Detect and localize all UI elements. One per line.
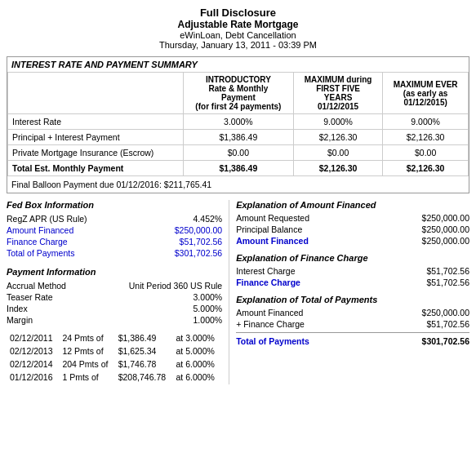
irp-table: INTRODUCTORYRate & MonthlyPayment(for fi…	[7, 72, 469, 176]
expl-total-rows-row-1: + Finance Charge$51,702.56	[236, 318, 469, 330]
pmts-cell-0-1: 24 Pmts of	[60, 332, 114, 344]
expl-amount-rows-row-2: Amount Financed$250,000.00	[236, 235, 469, 246]
interest-rate-section: INTEREST RATE AND PAYMENT SUMMARY INTROD…	[7, 56, 469, 193]
expl-finance-rows-value-0: $51,702.56	[426, 266, 469, 276]
header-subtitle: Adjustable Rate Mortgage	[7, 19, 469, 30]
payment-row-1: Teaser Rate3.000%	[7, 291, 222, 303]
pmts-cell-1-2: $1,625.34	[117, 345, 173, 357]
pmts-cell-2-2: $1,746.78	[117, 358, 173, 370]
expl-total-title: Explanation of Total of Payments	[236, 295, 469, 304]
fed-value-0: 4.452%	[194, 214, 223, 224]
expl-amount-rows-value-0: $250,000.00	[422, 213, 469, 223]
pmts-row-0: 02/12/201124 Pmts of$1,386.49at 3.000%	[8, 332, 220, 344]
fed-label-2: Finance Charge	[7, 237, 68, 246]
pmts-cell-2-3: at 6.000%	[175, 358, 221, 370]
expl-total-rows: Amount Financed$250,000.00+ Finance Char…	[236, 307, 469, 330]
total-divider	[236, 332, 469, 333]
expl-total-section: Explanation of Total of Payments Amount …	[236, 295, 469, 347]
irp-row-2: Private Mortgage Insurance (Escrow)$0.00…	[8, 145, 469, 161]
pmts-cell-3-3: at 6.000%	[175, 371, 221, 383]
expl-finance-section: Explanation of Finance Charge Interest C…	[236, 253, 469, 288]
irp-col3: MAXIMUM EVER(as early as01/12/2015)	[383, 73, 469, 114]
two-col-layout: Fed Box Information RegZ APR (US Rule)4.…	[7, 200, 469, 384]
expl-finance-rows-label-0: Interest Charge	[236, 266, 295, 276]
expl-amount-title: Explanation of Amount Financed	[236, 200, 469, 210]
fed-box-rows: RegZ APR (US Rule)4.452%Amount Financed$…	[7, 213, 222, 259]
pmts-row-1: 02/12/201312 Pmts of$1,625.34at 5.000%	[8, 345, 220, 357]
expl-finance-rows-label-1: Finance Charge	[236, 278, 300, 287]
irp-cell-2-0: Private Mortgage Insurance (Escrow)	[8, 145, 184, 161]
expl-amount-section: Explanation of Amount Financed Amount Re…	[236, 200, 469, 246]
expl-finance-title: Explanation of Finance Charge	[236, 253, 469, 263]
pmts-cell-2-0: 02/12/2014	[8, 358, 59, 370]
total-label: Total of Payments	[236, 336, 309, 346]
expl-total-rows-label-1: + Finance Charge	[236, 319, 305, 329]
expl-amount-rows-value-2: $250,000.00	[422, 236, 469, 246]
payment-info: Payment Information Accrual MethodUnit P…	[7, 267, 222, 384]
irp-cell-2-1: $0.00	[183, 145, 293, 161]
pmts-cell-3-0: 01/12/2016	[8, 371, 59, 383]
payment-info-title: Payment Information	[7, 267, 222, 277]
irp-row-3: Total Est. Monthly Payment$1,386.49$2,12…	[8, 161, 469, 176]
irp-cell-1-1: $1,386.49	[183, 130, 293, 145]
pmts-cell-1-3: at 5.000%	[175, 345, 221, 357]
irp-cell-3-3: $2,126.30	[383, 161, 469, 176]
fed-label-3: Total of Payments	[7, 248, 74, 258]
expl-total-rows-value-1: $51,702.56	[426, 319, 469, 329]
expl-finance-rows-row-1: Finance Charge$51,702.56	[236, 277, 469, 288]
irp-cell-0-3: 9.000%	[383, 114, 469, 130]
expl-total-rows-value-0: $250,000.00	[422, 308, 469, 318]
irp-cell-0-1: 3.000%	[183, 114, 293, 130]
pi-label-2: Index	[7, 304, 28, 313]
irp-title: INTEREST RATE AND PAYMENT SUMMARY	[7, 57, 469, 72]
expl-amount-rows-row-1: Principal Balance$250,000.00	[236, 224, 469, 235]
fed-row-2: Finance Charge$51,702.56	[7, 236, 222, 247]
irp-col2: MAXIMUM duringFIRST FIVEYEARS01/12/2015	[293, 73, 382, 114]
pmts-cell-0-0: 02/12/2011	[8, 332, 59, 344]
pmts-row-2: 02/12/2014204 Pmts of$1,746.78at 6.000%	[8, 358, 220, 370]
fed-row-1: Amount Financed$250,000.00	[7, 224, 222, 236]
payment-info-rows: Accrual MethodUnit Period 360 US RuleTea…	[7, 280, 222, 326]
irp-cell-1-2: $2,126.30	[293, 130, 382, 145]
fed-label-1: Amount Financed	[7, 225, 73, 235]
irp-cell-3-0: Total Est. Monthly Payment	[8, 161, 184, 176]
pi-label-0: Accrual Method	[7, 281, 66, 291]
irp-cell-1-3: $2,126.30	[383, 130, 469, 145]
expl-total-rows-row-0: Amount Financed$250,000.00	[236, 307, 469, 318]
expl-finance-rows: Interest Charge$51,702.56Finance Charge$…	[236, 265, 469, 288]
right-column: Explanation of Amount Financed Amount Re…	[229, 200, 469, 384]
fed-value-1: $250,000.00	[175, 225, 222, 235]
expl-amount-rows-value-1: $250,000.00	[422, 224, 469, 234]
fed-row-3: Total of Payments$301,702.56	[7, 247, 222, 259]
pmts-cell-3-1: 1 Pmts of	[60, 371, 114, 383]
pmts-table: 02/12/201124 Pmts of$1,386.49at 3.000%02…	[7, 331, 222, 384]
irp-row-1: Principal + Interest Payment$1,386.49$2,…	[8, 130, 469, 145]
payment-row-2: Index5.000%	[7, 303, 222, 314]
pi-label-1: Teaser Rate	[7, 292, 53, 302]
irp-row-0: Interest Rate3.000%9.000%9.000%	[8, 114, 469, 130]
pmts-row-3: 01/12/20161 Pmts of$208,746.78at 6.000%	[8, 371, 220, 383]
expl-finance-rows-value-1: $51,702.56	[426, 278, 469, 287]
pmts-cell-3-2: $208,746.78	[117, 371, 173, 383]
pi-value-3: 1.000%	[194, 315, 223, 325]
expl-amount-rows-label-0: Amount Requested	[236, 213, 309, 223]
payment-row-0: Accrual MethodUnit Period 360 US Rule	[7, 280, 222, 291]
fed-label-0: RegZ APR (US Rule)	[7, 214, 87, 224]
payment-row-3: Margin1.000%	[7, 314, 222, 326]
pmts-cell-2-1: 204 Pmts of	[60, 358, 114, 370]
fed-value-3: $301,702.56	[175, 248, 222, 258]
total-of-payments-row: Total of Payments $301,702.56	[236, 335, 469, 347]
balloon-payment: Final Balloon Payment due 01/12/2016: $2…	[7, 176, 469, 193]
fed-box-title: Fed Box Information	[7, 200, 222, 210]
irp-cell-1-0: Principal + Interest Payment	[8, 130, 184, 145]
left-column: Fed Box Information RegZ APR (US Rule)4.…	[7, 200, 229, 384]
pi-value-0: Unit Period 360 US Rule	[129, 281, 222, 291]
pi-label-3: Margin	[7, 315, 33, 325]
expl-finance-rows-row-0: Interest Charge$51,702.56	[236, 265, 469, 277]
fed-row-0: RegZ APR (US Rule)4.452%	[7, 213, 222, 224]
expl-amount-rows-label-1: Principal Balance	[236, 224, 302, 234]
header: Full Disclosure Adjustable Rate Mortgage…	[7, 7, 469, 50]
irp-cell-2-2: $0.00	[293, 145, 382, 161]
expl-amount-rows: Amount Requested$250,000.00Principal Bal…	[236, 212, 469, 246]
header-product: eWinLoan, Debt Cancellation	[7, 30, 469, 40]
